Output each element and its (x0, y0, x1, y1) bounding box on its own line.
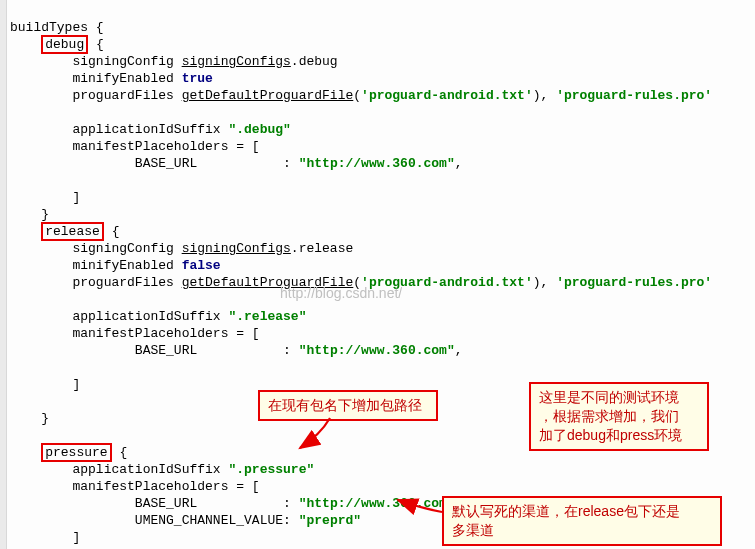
signingConfig-kw: signingConfig (72, 241, 181, 256)
manifestPlaceholders: manifestPlaceholders = [ (72, 326, 259, 341)
base-url-val: "http://www.360.com" (299, 343, 455, 358)
appIdSuffix-kw: applicationIdSuffix (72, 309, 228, 324)
true-literal: true (182, 71, 213, 86)
brace: { (96, 20, 104, 35)
appIdSuffix-kw: applicationIdSuffix (72, 462, 228, 477)
callout-text: 这里是不同的测试环境 (539, 389, 679, 405)
base-url-key: BASE_URL (135, 343, 197, 358)
build-type-release-box: release (41, 222, 104, 241)
false-literal: false (182, 258, 221, 273)
proguard-kw: proguardFiles (72, 275, 181, 290)
callout-text: 多渠道 (452, 522, 494, 538)
base-url-key: BASE_URL (135, 156, 197, 171)
umeng-key: UMENG_CHANNEL_VALUE (135, 513, 283, 528)
rbracket: ] (72, 377, 80, 392)
rbracket: ] (72, 530, 80, 545)
str-suffix-pressure: ".pressure" (228, 462, 314, 477)
colon: : (283, 513, 299, 528)
manifestPlaceholders: manifestPlaceholders = [ (72, 139, 259, 154)
str-preprd: "preprd" (299, 513, 361, 528)
colon: : (283, 343, 299, 358)
brace: { (112, 224, 120, 239)
base-url-val: "http://www.360.com" (299, 496, 455, 511)
appIdSuffix-kw: applicationIdSuffix (72, 122, 228, 137)
getDefaultProguardFile-fn: getDefaultProguardFile (182, 88, 354, 103)
str-proguard-rules: 'proguard-rules.pro' (556, 275, 712, 290)
callout-package-path: 在现有包名下增加包路径 (258, 390, 438, 421)
base-url-key: BASE_URL (135, 496, 197, 511)
brace: { (119, 445, 127, 460)
kw-buildTypes: buildTypes (10, 20, 88, 35)
colon: : (283, 496, 299, 511)
brace: } (41, 207, 49, 222)
build-type-pressure-box: pressure (41, 443, 111, 462)
callout-text: 默认写死的渠道，在release包下还是 (452, 503, 680, 519)
base-url-val: "http://www.360.com" (299, 156, 455, 171)
callout-default-channel: 默认写死的渠道，在release包下还是 多渠道 (442, 496, 722, 546)
signingConfigs-ref: signingConfigs (182, 54, 291, 69)
callout-text: 在现有包名下增加包路径 (268, 397, 422, 413)
minify-kw: minifyEnabled (72, 258, 181, 273)
brace: } (41, 411, 49, 426)
signingConfig-kw: signingConfig (72, 54, 181, 69)
signingConfigs-ref: signingConfigs (182, 241, 291, 256)
minify-kw: minifyEnabled (72, 71, 181, 86)
dot-release: .release (291, 241, 353, 256)
getDefaultProguardFile-fn: getDefaultProguardFile (182, 275, 354, 290)
rbracket: ] (72, 190, 80, 205)
callout-text: 加了debug和press环境 (539, 427, 682, 443)
comma: , (455, 156, 463, 171)
dot-debug: .debug (291, 54, 338, 69)
str-suffix-release: ".release" (228, 309, 306, 324)
callout-test-env: 这里是不同的测试环境 ，根据需求增加，我们 加了debug和press环境 (529, 382, 709, 451)
comma: , (455, 343, 463, 358)
str-proguard-rules: 'proguard-rules.pro' (556, 88, 712, 103)
editor-gutter (0, 0, 7, 549)
str-proguard-android: 'proguard-android.txt' (361, 88, 533, 103)
callout-text: ，根据需求增加，我们 (539, 408, 679, 424)
str-proguard-android: 'proguard-android.txt' (361, 275, 533, 290)
colon: : (283, 156, 299, 171)
brace: { (96, 37, 104, 52)
str-suffix-debug: ".debug" (228, 122, 290, 137)
code-block: buildTypes { debug { signingConfig signi… (10, 2, 712, 549)
proguard-kw: proguardFiles (72, 88, 181, 103)
build-type-debug-box: debug (41, 35, 88, 54)
manifestPlaceholders: manifestPlaceholders = [ (72, 479, 259, 494)
